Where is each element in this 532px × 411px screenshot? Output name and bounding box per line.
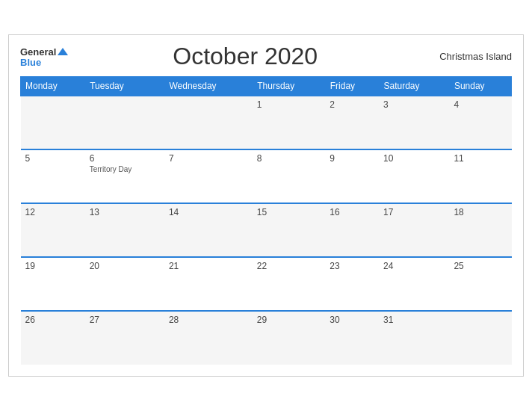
day-number: 4 [454,99,459,110]
day-number: 24 [383,261,393,271]
calendar-cell: 19 [21,257,85,311]
calendar-cell [85,96,164,149]
weekday-header-monday: Monday [21,77,85,96]
day-number: 13 [90,207,99,217]
logo-blue: Blue [20,58,68,68]
calendar-grid: MondayTuesdayWednesdayThursdayFridaySatu… [20,76,512,365]
day-number: 1 [257,99,262,110]
day-number: 2 [330,99,335,110]
calendar-cell: 13 [85,203,164,257]
calendar-cell: 10 [379,149,449,203]
calendar-cell: 14 [164,203,253,257]
day-number: 17 [383,207,393,217]
calendar-cell [449,311,511,365]
day-number: 22 [257,261,267,271]
calendar-cell [21,96,85,149]
weekday-header-row: MondayTuesdayWednesdayThursdayFridaySatu… [21,77,512,96]
calendar-cell: 2 [325,96,379,149]
calendar-cell: 8 [253,149,326,203]
calendar-cell: 16 [325,203,379,257]
day-number: 6 [90,153,95,164]
calendar-cell: 30 [325,311,379,365]
day-number: 29 [257,315,267,325]
calendar-cell: 5 [21,149,85,203]
day-number: 7 [169,153,174,164]
day-number: 10 [383,153,393,164]
day-number: 19 [25,261,35,271]
week-row-1: 1234 [21,96,512,149]
weekday-header-tuesday: Tuesday [85,77,164,96]
calendar-cell: 4 [449,96,511,149]
weekday-header-friday: Friday [325,77,379,96]
weekday-header-wednesday: Wednesday [164,77,253,96]
calendar-cell: 7 [164,149,253,203]
calendar-cell [164,96,253,149]
weekday-header-saturday: Saturday [379,77,449,96]
calendar-cell: 12 [21,203,85,257]
calendar-cell: 25 [449,257,511,311]
logo-triangle-icon [58,48,68,55]
weekday-header-sunday: Sunday [449,77,511,96]
calendar-cell: 28 [164,311,253,365]
calendar-cell: 11 [449,149,511,203]
day-number: 23 [330,261,339,271]
calendar-cell: 24 [379,257,449,311]
week-row-5: 262728293031 [21,311,512,365]
day-number: 12 [25,207,35,217]
day-number: 11 [454,153,463,164]
day-number: 28 [169,315,179,325]
month-title: October 2020 [68,43,422,70]
calendar-cell: 21 [164,257,253,311]
calendar-cell: 9 [325,149,379,203]
calendar-cell: 1 [253,96,326,149]
region-label: Christmas Island [422,51,512,62]
calendar-cell: 18 [449,203,511,257]
day-number: 8 [257,153,262,164]
calendar-cell: 27 [85,311,164,365]
day-number: 5 [25,153,31,164]
day-number: 27 [90,315,99,325]
weekday-header-thursday: Thursday [253,77,326,96]
day-number: 3 [383,99,389,110]
day-number: 31 [383,315,393,325]
calendar-cell: 3 [379,96,449,149]
event-label: Territory Day [90,165,160,173]
week-row-4: 19202122232425 [21,257,512,311]
week-row-2: 56Territory Day7891011 [21,149,512,203]
calendar-container: General Blue October 2020 Christmas Isla… [8,34,524,377]
day-number: 30 [330,315,339,325]
calendar-cell: 23 [325,257,379,311]
day-number: 18 [454,207,463,217]
week-row-3: 12131415161718 [21,203,512,257]
day-number: 25 [454,261,463,271]
day-number: 9 [330,153,335,164]
day-number: 20 [90,261,99,271]
day-number: 14 [169,207,179,217]
calendar-cell: 31 [379,311,449,365]
calendar-header: General Blue October 2020 Christmas Isla… [20,43,512,70]
calendar-cell: 17 [379,203,449,257]
calendar-cell: 20 [85,257,164,311]
day-number: 26 [25,315,35,325]
day-number: 15 [257,207,267,217]
logo-general: General [20,45,68,58]
calendar-cell: 26 [21,311,85,365]
calendar-cell: 6Territory Day [85,149,164,203]
day-number: 21 [169,261,179,271]
day-number: 16 [330,207,339,217]
logo: General Blue [20,45,68,69]
calendar-cell: 29 [253,311,326,365]
calendar-cell: 22 [253,257,326,311]
calendar-cell: 15 [253,203,326,257]
